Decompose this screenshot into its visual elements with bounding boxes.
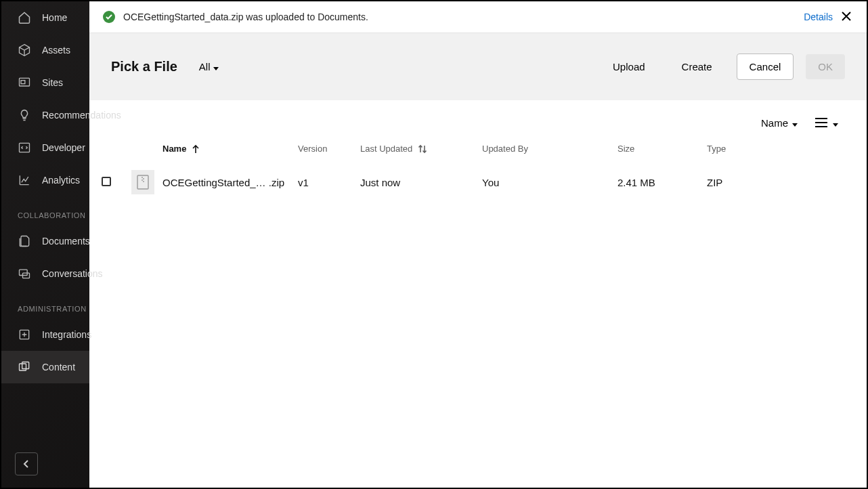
sidebar-label: Home <box>42 12 67 23</box>
view-mode-dropdown[interactable] <box>814 116 838 129</box>
sort-by-dropdown[interactable]: Name <box>761 117 798 129</box>
col-name[interactable]: Name <box>162 144 298 154</box>
sidebar-label: Conversations <box>42 268 103 279</box>
lightbulb-icon <box>18 108 31 122</box>
sidebar-item-sites[interactable]: Sites <box>1 66 89 99</box>
content-icon <box>18 360 31 374</box>
svg-rect-8 <box>137 175 148 189</box>
col-updated-by[interactable]: Updated By <box>482 144 617 154</box>
zip-file-icon <box>131 170 154 194</box>
create-button[interactable]: Create <box>670 54 724 79</box>
sidebar-item-integrations[interactable]: Integrations <box>1 318 89 351</box>
file-updated-by: You <box>482 177 617 188</box>
svg-rect-6 <box>20 364 26 370</box>
file-type: ZIP <box>707 177 788 188</box>
sort-arrows-icon <box>418 144 427 154</box>
list-view-icon <box>814 116 829 129</box>
col-last-updated[interactable]: Last Updated <box>360 144 482 154</box>
col-version[interactable]: Version <box>298 144 360 154</box>
upload-button[interactable]: Upload <box>601 54 657 79</box>
collapse-sidebar-button[interactable] <box>15 452 38 475</box>
table-header: Name Version Last Updated Updated By Siz… <box>89 135 867 162</box>
sidebar-item-content[interactable]: Content <box>1 351 89 383</box>
chevron-down-icon <box>833 117 838 129</box>
banner-message: OCEGettingStarted_data.zip was uploaded … <box>123 12 368 22</box>
chevron-down-icon <box>213 61 219 72</box>
sidebar-label: Developer <box>42 142 85 153</box>
sidebar-section-administration: ADMINISTRATION <box>1 290 89 318</box>
cube-icon <box>18 43 31 57</box>
sidebar-label: Sites <box>42 77 63 88</box>
file-ext: .zip <box>269 177 284 188</box>
sidebar-item-home[interactable]: Home <box>1 1 89 34</box>
filter-label: All <box>199 61 211 72</box>
file-version: v1 <box>298 177 360 188</box>
sidebar-item-developer[interactable]: Developer <box>1 131 89 164</box>
main-panel: OCEGettingStarted_data.zip was uploaded … <box>89 1 867 488</box>
svg-rect-2 <box>20 143 30 152</box>
success-check-icon <box>103 11 115 23</box>
file-last-updated: Just now <box>360 177 482 188</box>
file-size: 2.41 MB <box>617 177 707 188</box>
svg-rect-3 <box>20 270 28 275</box>
row-checkbox[interactable] <box>102 177 111 186</box>
integrations-icon <box>18 328 31 341</box>
sidebar-label: Analytics <box>42 175 80 186</box>
ok-button: OK <box>806 54 845 79</box>
svg-rect-1 <box>21 81 25 84</box>
analytics-icon <box>18 173 31 187</box>
sidebar-label: Assets <box>42 45 70 56</box>
sidebar-item-recommendations[interactable]: Recommendations <box>1 99 89 131</box>
sidebar-section-collaboration: COLLABORATION <box>1 196 89 225</box>
list-controls: Name <box>89 100 867 135</box>
table-row[interactable]: OCEGettingStarted_… .zip v1 Just now You… <box>89 162 867 203</box>
svg-rect-7 <box>22 362 29 369</box>
sidebar-label: Integrations <box>42 329 91 340</box>
filter-dropdown[interactable]: All <box>199 61 219 72</box>
toolbar: Pick a File All Upload Create Cancel OK <box>89 33 867 100</box>
sidebar-item-analytics[interactable]: Analytics <box>1 164 89 196</box>
chevron-down-icon <box>792 117 798 129</box>
upload-success-banner: OCEGettingStarted_data.zip was uploaded … <box>89 1 867 33</box>
sidebar-item-conversations[interactable]: Conversations <box>1 257 89 290</box>
sidebar-label: Documents <box>42 236 90 247</box>
sidebar-item-assets[interactable]: Assets <box>1 34 89 66</box>
close-banner-button[interactable] <box>841 11 853 23</box>
chat-icon <box>18 267 31 280</box>
code-icon <box>18 141 31 154</box>
arrow-up-icon <box>192 144 200 154</box>
sidebar-label: Recommendations <box>42 110 121 121</box>
sidebar-label: Content <box>42 362 75 373</box>
file-name: OCEGettingStarted_… <box>162 177 266 188</box>
col-size[interactable]: Size <box>617 144 707 154</box>
documents-icon <box>18 234 31 248</box>
sidebar: Home Assets Sites Recommendations Develo… <box>1 1 89 488</box>
page-title: Pick a File <box>111 59 177 75</box>
sites-icon <box>18 76 31 89</box>
sort-label: Name <box>761 117 788 129</box>
sidebar-item-documents[interactable]: Documents <box>1 225 89 257</box>
cancel-button[interactable]: Cancel <box>737 54 794 80</box>
col-type[interactable]: Type <box>707 144 788 154</box>
home-icon <box>18 11 31 24</box>
details-link[interactable]: Details <box>804 12 833 22</box>
